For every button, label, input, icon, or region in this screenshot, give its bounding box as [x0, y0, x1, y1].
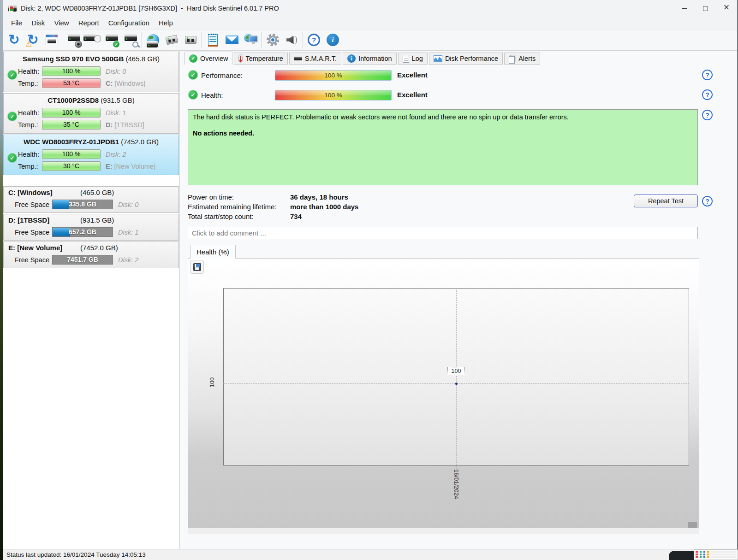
disk-title: Samsung SSD 970 EVO 500GB (465.8 GB) — [4, 52, 179, 65]
disk-panel-0[interactable]: Samsung SSD 970 EVO 500GB (465.8 GB) Hea… — [3, 52, 179, 92]
network-monitor-glyph — [244, 34, 258, 47]
menu-view[interactable]: View — [49, 18, 73, 28]
refresh-problems-icon[interactable]: ↻⚠ — [24, 30, 42, 49]
menu-configuration[interactable]: Configuration — [104, 18, 154, 28]
lifetime-label: Estimated remaining lifetime: — [188, 203, 277, 211]
send-email-icon[interactable] — [222, 30, 241, 49]
network-disk-icon[interactable] — [143, 30, 162, 49]
desktop-wallpaper-strip — [0, 0, 3, 560]
comment-input[interactable] — [188, 227, 698, 239]
toolbar-separator — [202, 32, 202, 48]
menu-help[interactable]: Help — [154, 18, 178, 28]
tab-alerts[interactable]: Alerts — [504, 53, 540, 65]
tab-health-percent[interactable]: Health (%) — [190, 245, 236, 259]
performance-label: Performance: — [201, 71, 243, 79]
disk-offline-icon[interactable] — [162, 30, 181, 49]
menu-report[interactable]: Report — [74, 18, 104, 28]
disk-health-icon[interactable] — [102, 30, 121, 49]
performance-bar: 100 % — [275, 70, 392, 81]
temp-label: Temp.: — [18, 121, 42, 129]
disk-clock-icon[interactable] — [83, 30, 102, 49]
partition-size: (465.0 GB) — [80, 189, 114, 196]
tab-smart[interactable]: S.M.A.R.T. — [289, 53, 341, 65]
disk-icon — [294, 57, 302, 60]
taskbar-preview-thumbnail[interactable] — [694, 549, 738, 560]
menu-file[interactable]: File — [6, 18, 27, 28]
disk-number: Disk: 1 — [106, 109, 126, 117]
chart-scrollbar-thumb[interactable] — [688, 522, 697, 528]
save-floppy-icon — [193, 263, 201, 271]
disk-report-window-icon[interactable] — [42, 30, 61, 49]
tab-log[interactable]: Log — [398, 53, 428, 65]
tab-temperature[interactable]: Temperature — [234, 53, 287, 65]
partition-panel-d[interactable]: D: [1TBSSD] (931.5 GB) Free Space 657.2 … — [3, 214, 179, 241]
disk-icon — [83, 34, 95, 41]
drive-volume: D: [1TBSSD] — [106, 121, 144, 129]
save-chart-button[interactable] — [190, 260, 204, 274]
status-help-icon[interactable] — [702, 110, 713, 120]
disk-number: Disk: 0 — [106, 68, 126, 75]
sounds-speaker-icon[interactable] — [282, 30, 301, 49]
free-space-bar: 335.8 GB — [52, 200, 113, 209]
partition-name: E: [New Volume] — [8, 244, 62, 252]
health-label: Health: — [18, 68, 42, 75]
health-bar: 100 % — [42, 66, 101, 76]
disk-number: Disk: 2 — [118, 256, 138, 264]
minimize-icon — [682, 8, 687, 9]
sidebar-gap — [3, 176, 179, 185]
disk-panel-2-selected[interactable]: WDC WD8003FRYZ-01JPDB1 (7452.0 GB) Healt… — [3, 135, 179, 175]
disk-acoustic-icon[interactable] — [65, 30, 83, 49]
partition-name: D: [1TBSSD] — [8, 216, 49, 224]
toolbar-separator — [262, 32, 262, 48]
maximize-button[interactable] — [695, 0, 716, 17]
help-icon[interactable] — [304, 30, 323, 49]
health-label: Health: — [201, 91, 223, 99]
disk-detect-icon[interactable] — [121, 30, 140, 49]
settings-gear-icon[interactable] — [263, 30, 282, 49]
enclosure-icon — [185, 36, 196, 44]
temp-label: Temp.: — [18, 163, 42, 170]
health-help-icon[interactable] — [702, 89, 713, 100]
power-on-time-value: 36 days, 18 hours — [290, 193, 348, 201]
status-message: The hard disk status is PERFECT. Problem… — [193, 112, 693, 122]
maximize-icon — [703, 6, 708, 11]
tab-overview[interactable]: Overview — [184, 52, 232, 65]
performance-help-icon[interactable] — [702, 70, 713, 80]
partition-size: (931.5 GB) — [80, 216, 114, 224]
performance-ok-icon — [188, 70, 198, 80]
temp-bar: 35 °C — [42, 120, 101, 130]
report-notepad-icon[interactable] — [203, 30, 222, 49]
repeat-test-button[interactable]: Repeat Test — [634, 195, 698, 207]
disk-icon — [147, 41, 158, 47]
temp-label: Temp.: — [18, 80, 42, 87]
clock-badge-icon — [94, 35, 101, 42]
check-badge-icon — [113, 41, 120, 48]
enclosure-icon — [166, 35, 179, 45]
disk-number: Disk: 0 — [118, 201, 138, 208]
chart-gridline-vertical — [456, 288, 457, 470]
health-rating: Excellent — [397, 91, 428, 99]
disk-panel-1[interactable]: CT1000P2SSD8 (931.5 GB) Health: 100 % Di… — [3, 93, 179, 134]
minimize-button[interactable] — [673, 0, 695, 17]
health-bar: 100 % — [42, 149, 101, 159]
refresh-icon[interactable]: ↻ — [5, 30, 24, 49]
health-label: Health: — [18, 151, 42, 158]
pages-icon — [509, 55, 516, 63]
toolbar-separator — [63, 32, 63, 48]
menu-disk[interactable]: Disk — [27, 18, 49, 28]
network-monitor-icon[interactable] — [241, 30, 260, 49]
disk-icon — [106, 34, 118, 41]
magnifier-badge-icon — [131, 41, 139, 48]
info-icon — [327, 34, 339, 46]
repeat-test-help-icon[interactable] — [702, 196, 713, 206]
tab-disk-performance[interactable]: Disk Performance — [429, 53, 503, 65]
sidebar-filler — [3, 269, 179, 549]
tab-information[interactable]: Information — [343, 53, 397, 65]
disk-tray-icon[interactable] — [181, 30, 200, 49]
close-button[interactable] — [716, 0, 737, 17]
partition-panel-c[interactable]: C: [Windows] (465.0 GB) Free Space 335.8… — [3, 186, 179, 213]
performance-rating: Excellent — [397, 71, 428, 79]
information-icon[interactable] — [323, 30, 342, 49]
chart-tab-strip: Health (%) — [188, 245, 699, 259]
partition-panel-e[interactable]: E: [New Volume] (7452.0 GB) Free Space 7… — [3, 242, 179, 268]
